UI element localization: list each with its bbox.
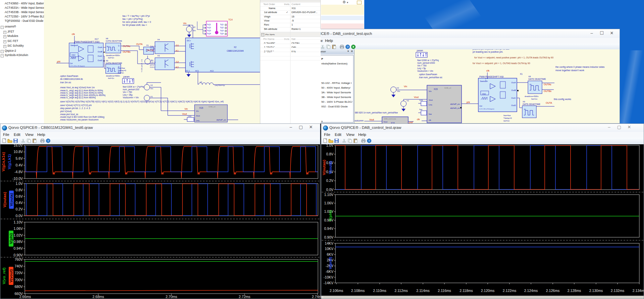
copy-icon[interactable] — [26, 138, 32, 143]
print-icon[interactable] — [339, 44, 345, 49]
schematic-block[interactable] — [517, 90, 519, 91]
sidebar-item[interactable]: −Qspice-2 — [1, 49, 16, 53]
help-icon[interactable]: ? — [367, 138, 372, 143]
sidebar-item[interactable]: TQP200002 - Dual ESD Diode — [5, 19, 43, 22]
schematic-block[interactable] — [421, 101, 427, 106]
sidebar-item-label: SiC Schottky — [7, 44, 24, 47]
menu-edit[interactable]: Edit — [335, 133, 341, 137]
schematic-block[interactable] — [155, 58, 174, 70]
maximize-icon[interactable]: ▢ — [614, 124, 624, 130]
schematic-text: .step param phi list .1 .2 .3 .4 .5 — [60, 107, 90, 110]
schematic-text: ttol=1n — [108, 57, 114, 59]
schematic-block[interactable] — [421, 111, 427, 115]
browser-item[interactable]: 3B - Wide Input Sensorle — [321, 96, 351, 99]
schematic-text: OutC — [98, 55, 103, 57]
menu-help[interactable]: Help — [325, 39, 333, 43]
menu-file[interactable]: File — [324, 133, 330, 137]
save-icon[interactable] — [13, 138, 18, 143]
paste-icon[interactable] — [32, 138, 38, 143]
plot-area[interactable] — [0, 144, 320, 299]
gear-icon[interactable]: ⚙ ▾ — [342, 0, 348, 4]
sidebar-item[interactable]: ACT4533B - Wide Input Sensorle — [5, 10, 47, 14]
new-icon[interactable] — [2, 138, 7, 143]
menu-file[interactable]: File — [3, 133, 9, 137]
help-icon[interactable]: ? — [46, 138, 51, 143]
copy-icon[interactable] — [326, 44, 331, 49]
titlebar[interactable]: Qorvo QSPICE® - CBB011M12GM41_test6.qraw… — [0, 124, 320, 132]
maximize-icon[interactable]: ▢ — [296, 124, 306, 130]
dropdown-icon[interactable]: ▾ — [347, 50, 349, 53]
paste-icon[interactable] — [353, 138, 359, 143]
open-icon[interactable] — [7, 138, 13, 143]
collapse-icon[interactable]: − — [1, 50, 4, 53]
schematic-block[interactable] — [460, 107, 462, 108]
expand-icon[interactable]: + — [3, 40, 6, 43]
titlebar[interactable]: Qorvo QSPICE® - DAB_control_test.qraw –▢… — [321, 124, 644, 132]
minimize-icon[interactable]: – — [604, 124, 614, 130]
wire — [517, 98, 522, 108]
window-controls[interactable]: –▢✕ — [286, 124, 316, 130]
sidebar-item[interactable]: ACT43950 - 400V Input, Battery/C — [5, 2, 48, 5]
cut-icon[interactable] — [342, 138, 347, 143]
collapse-icon[interactable]: − — [1, 26, 4, 29]
browser-item[interactable]: 50 - 400V Input, Battery/ — [321, 86, 351, 89]
print-icon[interactable] — [361, 138, 366, 143]
collapse-icon[interactable]: − — [1, 54, 4, 57]
menu-view[interactable]: View — [25, 133, 34, 137]
browser-frag: P — [321, 57, 323, 60]
browser-header[interactable]: wser▾✕ — [319, 49, 354, 54]
sidebar-item[interactable]: +SiC Schottky — [3, 44, 24, 48]
window-controls[interactable]: –▢✕ — [604, 124, 634, 130]
sidebar-item-label: TQP200002 - Dual ESD Diode — [5, 19, 43, 22]
schematic-block[interactable] — [122, 79, 134, 84]
minimize-icon[interactable]: – — [286, 124, 296, 130]
cut-icon[interactable] — [320, 44, 326, 49]
schematic-block[interactable] — [155, 42, 174, 54]
menu-edit[interactable]: Edit — [14, 133, 20, 137]
help-icon[interactable]: ? — [345, 44, 351, 49]
browser-item[interactable]: 50 - 160V 3-Phase BLDC/ — [321, 100, 353, 103]
open-icon[interactable] — [328, 138, 334, 143]
menu-help[interactable]: Help — [37, 133, 45, 137]
schematic-block[interactable] — [522, 106, 536, 118]
cut-icon[interactable] — [21, 138, 26, 143]
schematic-block[interactable] — [416, 52, 427, 57]
sidebar-item[interactable]: ACT4533A - Wide Input Sensorle — [5, 6, 47, 9]
pin-nets-section[interactable]: −Pin Nets — [260, 32, 321, 37]
print-icon[interactable] — [40, 138, 45, 143]
maximize-icon[interactable]: ☐ — [597, 31, 607, 36]
run-icon[interactable] — [351, 44, 356, 49]
browser-item[interactable]: 50-102 - RFPoL Voltage I — [321, 82, 352, 85]
schematic-block[interactable] — [187, 117, 194, 121]
expand-icon[interactable]: + — [3, 35, 6, 38]
close-icon[interactable]: ✕ — [607, 31, 617, 36]
schematic-text: OutD — [511, 104, 516, 106]
new-icon[interactable] — [323, 138, 328, 143]
browser-item[interactable]: 002 - Dual ESD Diode — [321, 105, 348, 108]
menu-view[interactable]: View — [346, 133, 355, 137]
sidebar-item[interactable]: ACT72350 - 160V 3-Phase BLDC/ — [5, 15, 48, 18]
window-controls[interactable]: –☐✕ — [587, 31, 617, 36]
schematic-text: clk — [429, 119, 431, 121]
save-icon[interactable] — [334, 138, 339, 143]
menu-help[interactable]: Help — [358, 133, 366, 137]
copy-icon[interactable] — [347, 138, 353, 143]
close-panel-icon[interactable]: ✕ — [351, 50, 353, 53]
paste-icon[interactable] — [332, 44, 337, 49]
swatch-icon[interactable] — [357, 1, 362, 4]
expand-icon[interactable]: + — [3, 31, 6, 34]
schematic-text: OUTBs — [544, 90, 551, 92]
sidebar-item[interactable]: +JFET — [3, 30, 14, 34]
schematic-block[interactable] — [528, 81, 542, 94]
browser-item[interactable]: 3A - Wide Input Sensorle — [321, 91, 351, 94]
expand-icon[interactable]: + — [3, 45, 6, 48]
close-icon[interactable]: ✕ — [306, 124, 316, 130]
sidebar-item[interactable]: +SiC FET — [3, 39, 18, 43]
close-icon[interactable]: ✕ — [624, 124, 634, 130]
sidebar-item[interactable]: +Modules — [3, 34, 18, 38]
minimize-icon[interactable]: – — [587, 31, 597, 36]
schematic-block[interactable] — [104, 52, 105, 53]
sidebar-item[interactable]: −onsemi® — [1, 25, 16, 29]
sidebar-item[interactable]: −Symbols-KSKelvin — [1, 53, 28, 57]
plot-area[interactable] — [321, 144, 644, 299]
